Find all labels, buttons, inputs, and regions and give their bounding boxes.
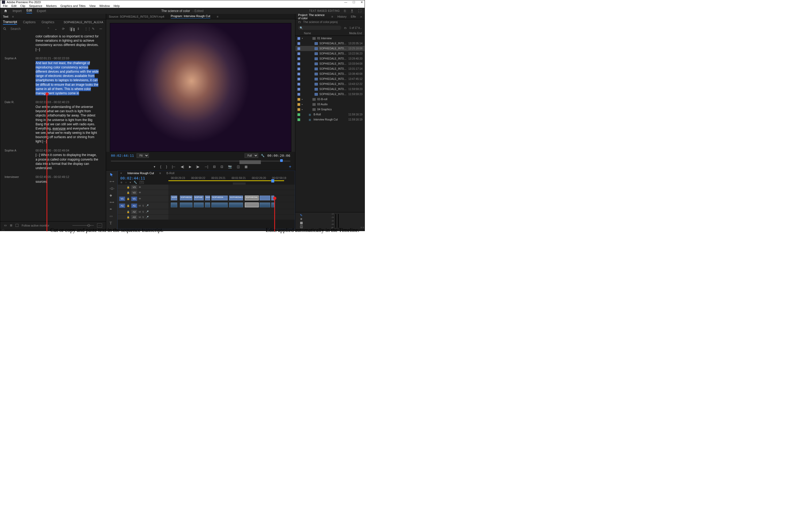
search-icon[interactable] <box>3 27 7 31</box>
workspace-edit[interactable]: Edit <box>26 8 32 13</box>
timeline-audio-clip[interactable] <box>180 203 193 207</box>
transcript-entry[interactable]: color calibration is so important to cor… <box>4 34 102 52</box>
project-item[interactable]: SOPHIEDALE_INT03_IP11:59:59:23 <box>295 92 365 97</box>
fx-icon[interactable]: ✎ <box>300 213 302 217</box>
project-search-input[interactable]: 🔍 <box>298 26 341 30</box>
timeline-clip[interactable] <box>260 196 270 200</box>
mark-out-icon[interactable]: } <box>166 165 167 169</box>
list-view-icon[interactable]: ≡ <box>300 217 302 221</box>
timeline-clip[interactable]: SOPHIEDAL <box>245 196 259 200</box>
close-icon[interactable]: ✕ <box>360 1 363 4</box>
project-item[interactable]: ⊞B-Roll11:59:16:19 <box>295 112 365 117</box>
pen-tool-icon[interactable]: ✒ <box>110 207 114 212</box>
share-icon[interactable] <box>350 9 354 13</box>
transcript-entry[interactable]: Sophie A00:02:01:21 - 00:02:22:03And las… <box>4 56 102 95</box>
overflow-icon[interactable]: » <box>360 15 362 18</box>
project-item[interactable]: ▸02-B-roll <box>295 97 365 102</box>
label-chip[interactable] <box>297 52 300 55</box>
settings-icon[interactable]: 🔧 <box>261 154 265 157</box>
next-result-icon[interactable]: ⌄ <box>55 27 58 31</box>
menu-window[interactable]: Window <box>99 4 110 7</box>
timeline-clip[interactable]: SOPHIEDAL <box>205 196 210 200</box>
label-chip[interactable] <box>297 68 300 70</box>
transcript-text[interactable]: [···] When it comes to displaying the im… <box>35 153 99 170</box>
refresh-icon[interactable]: ⟳ <box>62 27 66 31</box>
menu-sequence[interactable]: Sequence <box>29 4 42 7</box>
label-chip[interactable] <box>297 47 300 50</box>
project-item[interactable]: ⊞Interview Rough Cut11:59:16:19 <box>295 117 365 122</box>
seq-menu-icon[interactable]: ≡ <box>159 172 161 175</box>
transcript-entry[interactable]: Dale R.00:02:22:03 - 00:02:40:23Our enti… <box>4 100 102 144</box>
settings-icon[interactable]: 🔧 <box>134 181 137 184</box>
ripple-tool-icon[interactable]: ◁▷ <box>110 186 114 191</box>
timeline-clip[interactable]: SOPHIEDA <box>211 196 228 200</box>
cc-icon[interactable]: ◯ <box>2 229 4 231</box>
project-item[interactable]: ▾01 Interview <box>295 36 365 41</box>
panel-menu-icon[interactable]: ≡ <box>12 15 13 18</box>
right-timecode[interactable]: 00:00:20:06 <box>267 154 290 158</box>
merge-icon[interactable]: ⇕ <box>77 27 81 31</box>
project-item[interactable]: ▸04 Graphics <box>295 107 365 112</box>
label-chip[interactable] <box>297 103 300 106</box>
maximize-icon[interactable]: ☐ <box>352 1 355 4</box>
label-chip[interactable] <box>297 78 300 81</box>
minimize-icon[interactable]: — <box>344 1 347 4</box>
expand-arrow-icon[interactable]: ▸ <box>302 103 304 106</box>
col-media-end[interactable]: Media End <box>349 32 362 35</box>
timeline-audio-clip[interactable] <box>211 203 228 207</box>
label-chip[interactable] <box>297 57 300 60</box>
new-bin-icon[interactable]: 🗀 <box>344 26 347 29</box>
work-area-bar[interactable] <box>168 180 284 181</box>
expand-arrow-icon[interactable]: ▸ <box>302 108 304 111</box>
footer-icon-2[interactable]: ⊞ <box>10 223 12 227</box>
timeline-tab-active[interactable]: Interview Rough Cut <box>127 172 154 175</box>
zoom-slider[interactable] <box>72 225 94 226</box>
text-based-editing-button[interactable]: TEXT BASED EDITING <box>309 9 340 12</box>
project-item[interactable]: SOPHIEDALE_INT03_S13:43:12:22 <box>295 82 365 87</box>
play-icon[interactable]: ▶ <box>189 165 192 169</box>
scrub-playhead[interactable] <box>280 159 283 162</box>
label-chip[interactable] <box>297 113 300 116</box>
link-icon[interactable]: ∩ <box>125 181 127 184</box>
panel-tab-text[interactable]: Text <box>3 15 8 18</box>
label-chip[interactable] <box>297 83 300 86</box>
project-item[interactable]: SOPHIEDALE_INT02_S13:31:17:14 <box>295 66 365 71</box>
marker-add-icon[interactable]: ▾ <box>154 165 155 169</box>
menu-view[interactable]: View <box>89 4 96 7</box>
transcript-text[interactable]: And last but not least, the challenge of… <box>35 61 98 95</box>
compare-icon[interactable]: ◫ <box>237 165 240 169</box>
program-menu-icon[interactable]: ≡ <box>217 15 219 18</box>
menu-graphics[interactable]: Graphics and Titles <box>60 4 86 7</box>
sub-tab-captions[interactable]: Captions <box>23 20 35 24</box>
icon-view-icon[interactable]: ▦ <box>300 221 303 225</box>
program-tab[interactable]: Program: Interview Rough Cut <box>171 14 210 19</box>
expand-arrow-icon[interactable]: ▾ <box>302 37 304 39</box>
transcript-search-input[interactable] <box>10 27 29 31</box>
selection-tool-icon[interactable] <box>110 173 114 177</box>
meter-solo[interactable]: S S <box>360 226 365 229</box>
menu-file[interactable]: File <box>3 4 8 7</box>
lock-icon[interactable]: 🔒 <box>127 186 129 189</box>
menu-markers[interactable]: Markers <box>46 4 57 7</box>
project-item[interactable]: SOPHIEDALE_INT01_A13:20:35:14 <box>295 41 365 46</box>
transcript-text[interactable]: Our entire understanding of the universe… <box>35 105 99 144</box>
quick-export-icon[interactable]: ⎘ <box>344 9 346 13</box>
project-list[interactable]: ▾01 InterviewSOPHIEDALE_INT01_A13:20:35:… <box>295 36 365 212</box>
project-tab[interactable]: Project: The science of color <box>298 14 327 20</box>
label-chip[interactable] <box>297 118 300 121</box>
label-chip[interactable] <box>297 73 300 76</box>
history-tab[interactable]: History <box>337 15 346 18</box>
source-tab[interactable]: Source: SOPHIEDALE_INT03_SONY.mp4 <box>109 15 164 18</box>
transcript-entry[interactable]: Sophie A00:02:41:00 - 00:02:49:04[···] W… <box>4 149 102 171</box>
expand-arrow-icon[interactable]: ▸ <box>302 98 304 100</box>
edit-icon[interactable]: ✎ <box>92 27 96 31</box>
project-menu-icon[interactable]: ≡ <box>331 15 333 18</box>
col-name[interactable]: Name <box>304 32 311 35</box>
split-icon[interactable]: ⋮⋮ <box>84 27 88 31</box>
snap-icon[interactable]: ※ <box>120 181 122 184</box>
close-seq-icon[interactable]: × <box>120 172 122 175</box>
timeline-tab-broll[interactable]: B-Roll <box>167 172 175 175</box>
label-chip[interactable] <box>297 62 300 65</box>
workspace-export[interactable]: Export <box>37 9 46 13</box>
project-item[interactable]: SOPHIEDALE_INT02_C13:33:54:08 <box>295 61 365 66</box>
